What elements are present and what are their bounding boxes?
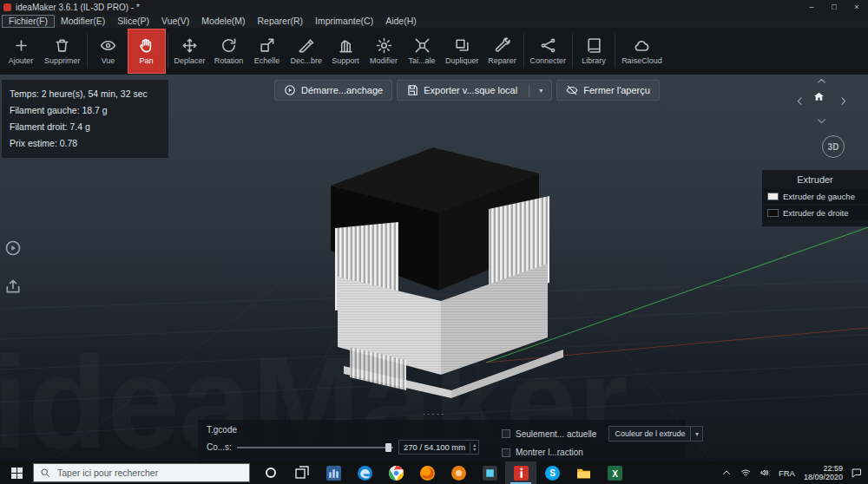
view-right-button[interactable]	[836, 96, 850, 108]
tool-taiale-button[interactable]: Tai...ale	[403, 28, 441, 75]
upload-icon	[4, 283, 22, 298]
pan-icon	[138, 37, 155, 54]
view-down-button[interactable]	[814, 116, 828, 128]
connect-icon	[540, 37, 556, 54]
layer-spinner[interactable]: ▴▾	[470, 443, 476, 452]
menu-item-modele[interactable]: Modele(M)	[195, 16, 251, 27]
app-orange-taskbar-icon[interactable]	[443, 461, 474, 484]
menu-item-vue[interactable]: Vue(V)	[155, 16, 195, 27]
show-retraction-checkbox[interactable]	[502, 448, 510, 457]
print-stats-panel: Temps: 2 heure(s), 54 min, 32 secFilamen…	[2, 80, 168, 158]
taskbar-apps: SX	[255, 461, 630, 484]
toolbar-separator	[523, 34, 524, 69]
stat-line: Prix estime: 0.78	[10, 135, 161, 152]
system-tray: FRA 22:59 18/09/2020	[721, 464, 868, 481]
tool-label: Library	[582, 56, 606, 65]
edge-taskbar-icon[interactable]	[349, 461, 380, 484]
tool-label: Dec...bre	[291, 56, 323, 65]
view-home-button[interactable]	[812, 92, 825, 104]
chrome-taskbar-icon[interactable]	[380, 461, 411, 484]
minimize-button[interactable]: –	[800, 0, 823, 15]
tool-library-button[interactable]: Library	[575, 28, 613, 75]
tool-reparer-button[interactable]: Reparer	[483, 28, 522, 75]
only-current-layer-checkbox[interactable]	[502, 429, 510, 438]
tool-pan-button[interactable]: Pan	[128, 29, 166, 74]
start-print-button[interactable]: Démarre...anchage	[274, 80, 392, 101]
tool-modifier-button[interactable]: Modifier	[365, 28, 403, 75]
taskbar-search[interactable]	[33, 463, 250, 482]
maximize-button[interactable]: □	[823, 0, 845, 15]
extruder-row[interactable]: Extruder de gauche	[762, 189, 868, 204]
tray-expand-icon[interactable]	[721, 468, 732, 478]
menu-item-aide[interactable]: Aide(H)	[379, 16, 423, 27]
task-view-taskbar-icon[interactable]	[286, 461, 318, 484]
network-icon[interactable]	[740, 468, 751, 478]
menu-item-modifier[interactable]: Modifier(E)	[55, 16, 111, 27]
close-preview-button[interactable]: Fermer l'aperçu	[556, 80, 660, 101]
play-animation-button[interactable]	[4, 239, 22, 260]
color-mode-select[interactable]: Couleur de l extrude ▾	[608, 426, 703, 441]
tool-label: RaiseCloud	[621, 56, 662, 65]
panel-drag-handle[interactable]: ·····	[0, 411, 868, 418]
app-blue-taskbar-icon[interactable]	[318, 461, 349, 484]
search-input[interactable]	[56, 467, 243, 479]
ideamaker-taskbar-icon[interactable]	[505, 461, 536, 484]
window-title: ideaMaker 3.6.1 (IL-3D PRO) - *	[16, 3, 140, 12]
extruder-row[interactable]: Extruder de droite	[762, 206, 868, 220]
view-icon	[100, 37, 116, 54]
export-button[interactable]	[4, 278, 22, 298]
tool-ajouter-button[interactable]: Ajouter	[2, 28, 40, 75]
tool-vue-button[interactable]: Vue	[89, 28, 128, 75]
layer-preview-panel: T.gcode Co...s: 270 / 54.100 mm ▴▾	[198, 420, 686, 461]
menu-item-fichier[interactable]: Fichier(F)	[2, 15, 55, 28]
menu-item-imprimante[interactable]: Imprimante(C)	[309, 16, 379, 27]
max-size-icon	[414, 37, 431, 54]
tool-dupliquer-button[interactable]: Dupliquer	[441, 28, 483, 75]
app-dark-taskbar-icon[interactable]	[474, 461, 505, 484]
svg-text:X: X	[612, 468, 618, 478]
tool-deplacer-button[interactable]: Deplacer	[170, 28, 210, 75]
tool-decbre-button[interactable]: Dec...bre	[286, 28, 327, 75]
firefox-taskbar-icon[interactable]	[411, 461, 443, 484]
tool-rotation-button[interactable]: Rotation	[210, 28, 248, 75]
view-nav-cluster	[792, 76, 850, 130]
layer-slider[interactable]	[237, 442, 393, 453]
search-icon	[40, 468, 50, 478]
tool-label: Connecter	[530, 56, 567, 65]
side-tools	[4, 239, 22, 298]
export-gcode-button[interactable]: Exporter v...sque local ▾	[397, 80, 552, 101]
modify-icon	[376, 37, 392, 54]
only-current-layer-label: Seulement... actuelle	[516, 429, 596, 439]
viewport-3d[interactable]: ideaMaker	[0, 75, 868, 461]
play-icon	[284, 84, 296, 96]
volume-icon[interactable]	[760, 468, 770, 478]
app-logo-icon	[3, 3, 11, 11]
clock[interactable]: 22:59 18/09/2020	[804, 464, 843, 481]
close-button[interactable]: ×	[845, 0, 868, 15]
notification-center-icon[interactable]	[852, 468, 862, 478]
view-left-button[interactable]	[792, 96, 806, 108]
tool-support-button[interactable]: Support	[326, 28, 365, 75]
skype-taskbar-icon[interactable]: S	[536, 461, 568, 484]
cortana-taskbar-icon[interactable]	[255, 461, 286, 484]
extruder-color-swatch	[767, 193, 779, 200]
chevron-down-icon: ▾	[690, 427, 702, 441]
app-green-taskbar-icon[interactable]: X	[599, 461, 630, 484]
chevron-down-icon	[816, 114, 827, 130]
start-button[interactable]	[0, 461, 33, 484]
explorer-taskbar-icon[interactable]	[568, 461, 599, 484]
layer-value-box[interactable]: 270 / 54.100 mm ▴▾	[398, 440, 479, 455]
tool-connecter-button[interactable]: Connecter	[526, 28, 571, 75]
tool-echelle-button[interactable]: Echelle	[248, 28, 286, 75]
3d-view-button[interactable]: 3D	[822, 135, 845, 158]
scale-icon	[259, 37, 275, 54]
view-up-button[interactable]	[814, 76, 828, 88]
menu-item-slice[interactable]: Slice(P)	[111, 16, 155, 27]
language-indicator[interactable]: FRA	[779, 468, 795, 478]
toolbar-separator	[615, 34, 615, 69]
layer-slider-handle[interactable]	[385, 443, 391, 452]
tool-raisecloud-button[interactable]: RaiseCloud	[617, 28, 667, 75]
chevron-down-icon[interactable]: ▾	[539, 87, 542, 95]
menu-item-reparer[interactable]: Reparer(R)	[252, 16, 310, 27]
tool-supprimer-button[interactable]: Supprimer	[40, 28, 85, 75]
